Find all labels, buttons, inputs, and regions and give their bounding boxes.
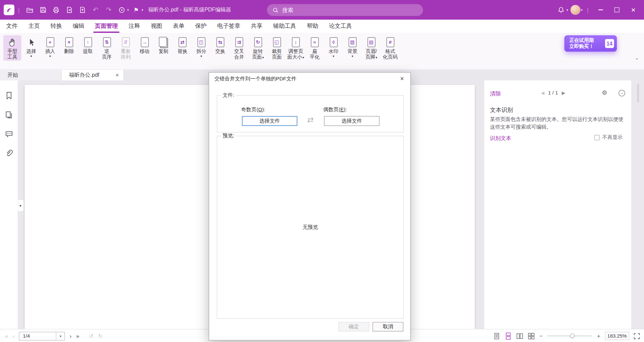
ribbon-tool-extract[interactable]: ↑ 提取 <box>79 35 97 55</box>
menu-share[interactable]: 共享 <box>246 20 268 33</box>
menu-convert[interactable]: 转换 <box>45 20 67 33</box>
prev-page-button[interactable]: ‹ <box>13 333 15 339</box>
menu-home[interactable]: 主页 <box>23 20 45 33</box>
print-button[interactable] <box>50 4 62 16</box>
fit-to-screen-icon[interactable] <box>634 333 640 339</box>
notifications-button[interactable] <box>555 4 567 16</box>
cancel-button[interactable]: 取消 <box>373 322 404 331</box>
flag-tool-button[interactable]: ⚑ <box>130 4 142 16</box>
page-number-caret-icon[interactable]: ▾ <box>56 332 65 340</box>
account-button[interactable] <box>570 4 582 16</box>
ribbon-tool-swap[interactable]: ⇆ 交换 <box>211 35 229 55</box>
zoom-slider[interactable] <box>547 336 593 336</box>
export-button[interactable] <box>63 4 75 16</box>
ribbon-tool-rotate-pages[interactable]: ↻ 旋转 页面▾ <box>249 35 267 61</box>
sidebar-expand-handle[interactable]: ▸ <box>18 199 24 212</box>
trial-buy-banner[interactable]: 正在试用期 立即购买！ 14 <box>564 35 617 52</box>
sidebar-item-attachments[interactable] <box>4 149 13 158</box>
zoom-in-button[interactable]: + <box>597 333 600 339</box>
menu-view[interactable]: 视图 <box>145 20 167 33</box>
dialog-title: 交错合并文件到一个单独的PDF文件 <box>209 73 410 85</box>
ribbon-tool-replace[interactable]: ⇄ 替换 <box>173 35 192 55</box>
menu-form[interactable]: 表单 <box>168 20 190 33</box>
notifications-caret-icon[interactable]: ▾ <box>567 8 568 12</box>
redo-button[interactable]: ↷ <box>103 4 115 16</box>
zoom-out-button[interactable]: − <box>539 333 543 339</box>
ribbon-tool-watermark[interactable]: ◊ 水印 ▾ <box>324 35 342 59</box>
ribbon-tool-select[interactable]: 选择 ▾ <box>22 35 40 59</box>
ribbon-tool-move[interactable]: → 移动 <box>136 35 154 55</box>
ribbon-tool-interleave-merge[interactable]: ⇉ 交叉 合并 <box>230 35 248 61</box>
menu-paper-tools[interactable]: 论文工具 <box>324 20 357 33</box>
page-number-value: 1/4 <box>19 332 56 340</box>
panel-collapse-icon[interactable]: − <box>619 90 625 96</box>
ribbon-tool-insert[interactable]: + 插入 ▾ <box>41 35 59 59</box>
next-view-button[interactable]: ↻ <box>98 333 103 339</box>
swap-files-icon[interactable]: ⇄ <box>307 115 314 125</box>
ribbon-tool-header-footer[interactable]: ▤ 页眉/ 页脚▾ <box>362 35 380 61</box>
ribbon-tool-reverse-order[interactable]: ⇅ 逆 页序 <box>98 35 116 61</box>
sidebar-item-comments[interactable] <box>4 130 13 139</box>
share-button[interactable] <box>76 4 89 16</box>
tab-close-icon[interactable]: ✕ <box>115 72 119 78</box>
tab-document[interactable]: 福昕办公.pdf ✕ <box>62 70 123 80</box>
ribbon-tool-background[interactable]: ▨ 背景 ▾ <box>343 35 362 59</box>
pager-next-icon[interactable]: ▶ <box>562 90 565 95</box>
ribbon-tool-copy[interactable]: 复制 <box>154 35 172 55</box>
pager-prev-icon[interactable]: ◀ <box>541 90 544 95</box>
choose-odd-file-button[interactable]: 选择文件 <box>242 116 297 126</box>
recognize-text-link[interactable]: 识别文本 <box>490 135 512 142</box>
maximize-button[interactable] <box>609 0 625 20</box>
tab-start[interactable]: 开始 <box>0 70 62 80</box>
first-page-button[interactable]: « <box>5 333 8 339</box>
choose-even-file-button[interactable]: 选择文件 <box>324 116 379 126</box>
open-file-button[interactable] <box>24 4 36 16</box>
search-input[interactable]: 搜索 <box>267 4 423 16</box>
ribbon-tool-delete[interactable]: × 删除 <box>60 35 78 55</box>
continuous-view-icon[interactable] <box>505 332 512 339</box>
menu-edit[interactable]: 编辑 <box>67 20 90 33</box>
ribbon-tool-flatten[interactable]: ≡ 扁 平化 <box>306 35 324 61</box>
vertical-scrollbar-thumb[interactable] <box>637 84 639 102</box>
next-page-button[interactable]: › <box>70 333 72 339</box>
undo-button[interactable]: ↶ <box>90 4 102 16</box>
menu-comment[interactable]: 注释 <box>123 20 145 33</box>
menu-page-management[interactable]: 页面管理 <box>90 20 123 33</box>
quick-sign-caret-icon[interactable]: ▾ <box>127 8 129 12</box>
dont-show-checkbox[interactable] <box>594 135 600 140</box>
ribbon-tool-split[interactable]: ◫ 拆分 ▾ <box>192 35 210 59</box>
account-caret-icon[interactable]: ▾ <box>581 8 583 12</box>
collapse-ribbon-icon[interactable]: ⌃ <box>635 57 639 63</box>
zoom-slider-thumb[interactable] <box>570 334 575 338</box>
last-page-button[interactable]: » <box>76 333 79 339</box>
clear-link[interactable]: 清除 <box>490 90 501 97</box>
ribbon-tool-format-page-numbers[interactable]: # 格式 化页码 <box>381 35 399 61</box>
close-button[interactable]: ✕ <box>625 0 642 20</box>
quick-sign-button[interactable] <box>116 4 128 16</box>
dont-show-again[interactable]: 不再显示 <box>594 134 623 141</box>
sidebar-item-pages[interactable] <box>4 110 13 119</box>
ribbon-tool-crop-pages[interactable]: ◱ 裁剪 页面 <box>268 35 286 61</box>
minimize-button[interactable] <box>592 0 609 20</box>
flag-tool-caret-icon[interactable]: ▾ <box>142 8 143 12</box>
menu-file[interactable]: 文件 <box>1 20 23 33</box>
ribbon-tool-hand[interactable]: 手型 工具 <box>3 35 21 61</box>
single-page-view-icon[interactable] <box>493 332 500 339</box>
menu-esign[interactable]: 电子签章 <box>212 20 246 33</box>
ok-button[interactable]: 确定 <box>338 322 369 331</box>
save-button[interactable] <box>37 4 49 16</box>
dropdown-caret-icon: ▾ <box>262 56 264 60</box>
menu-protect[interactable]: 保护 <box>190 20 212 33</box>
zoom-level-value[interactable]: 183.25% <box>605 332 629 340</box>
grid-view-icon[interactable] <box>528 332 535 339</box>
ribbon-tool-rearrange[interactable]: ⇵ 重新 排列 <box>117 35 135 61</box>
menu-help[interactable]: 帮助 <box>302 20 324 33</box>
previous-view-button[interactable]: ↺ <box>89 333 93 339</box>
facing-pages-view-icon[interactable] <box>516 332 523 339</box>
menu-accessibility[interactable]: 辅助工具 <box>268 20 301 33</box>
panel-settings-gear-icon[interactable]: ⚙ <box>602 89 607 96</box>
ribbon-tool-resize-pages[interactable]: ↕ 调整页 面大小▾ <box>287 35 305 61</box>
sidebar-item-bookmarks[interactable] <box>4 91 13 100</box>
page-number-input[interactable]: 1/4 ▾ <box>19 332 65 340</box>
dialog-close-button[interactable]: ✕ <box>395 73 410 84</box>
